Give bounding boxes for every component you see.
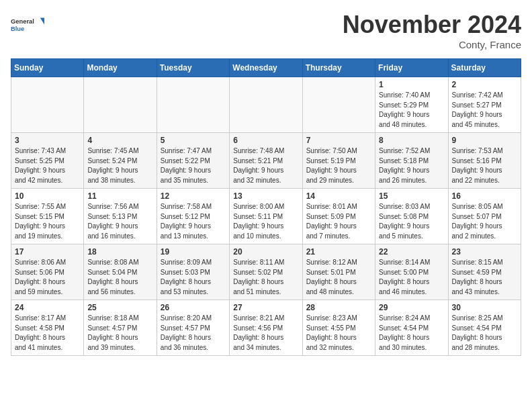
col-header-saturday: Saturday [448, 59, 521, 77]
day-number: 27 [233, 303, 298, 312]
day-number: 3 [15, 136, 80, 145]
svg-text:General: General [11, 18, 34, 25]
logo: General Blue [11, 11, 44, 39]
day-number: 7 [306, 136, 371, 145]
col-header-monday: Monday [84, 59, 157, 77]
day-info: Sunrise: 8:01 AM Sunset: 5:09 PM Dayligh… [306, 202, 371, 241]
day-cell: 16Sunrise: 8:05 AM Sunset: 5:07 PM Dayli… [448, 189, 521, 244]
day-info: Sunrise: 7:56 AM Sunset: 5:13 PM Dayligh… [87, 202, 152, 241]
day-number: 17 [15, 247, 80, 257]
day-cell: 3Sunrise: 7:43 AM Sunset: 5:25 PM Daylig… [11, 133, 84, 189]
day-number: 4 [87, 136, 152, 145]
day-info: Sunrise: 8:25 AM Sunset: 4:54 PM Dayligh… [452, 314, 517, 353]
col-header-thursday: Thursday [302, 59, 375, 77]
day-cell: 10Sunrise: 7:55 AM Sunset: 5:15 PM Dayli… [11, 189, 84, 244]
day-info: Sunrise: 8:00 AM Sunset: 5:11 PM Dayligh… [233, 202, 298, 241]
day-cell: 28Sunrise: 8:23 AM Sunset: 4:55 PM Dayli… [302, 300, 375, 356]
day-number: 14 [306, 191, 371, 201]
day-number: 23 [452, 247, 517, 257]
day-number: 22 [379, 247, 444, 257]
day-cell: 12Sunrise: 7:58 AM Sunset: 5:12 PM Dayli… [157, 189, 229, 244]
day-number: 5 [161, 136, 226, 145]
day-cell: 5Sunrise: 7:47 AM Sunset: 5:22 PM Daylig… [157, 133, 229, 189]
day-info: Sunrise: 8:20 AM Sunset: 4:57 PM Dayligh… [161, 314, 226, 353]
day-cell: 15Sunrise: 8:03 AM Sunset: 5:08 PM Dayli… [375, 189, 448, 244]
logo-svg: General Blue [11, 11, 44, 39]
day-cell: 27Sunrise: 8:21 AM Sunset: 4:56 PM Dayli… [230, 300, 302, 356]
day-info: Sunrise: 7:42 AM Sunset: 5:27 PM Dayligh… [452, 91, 517, 130]
day-cell: 24Sunrise: 8:17 AM Sunset: 4:58 PM Dayli… [11, 300, 84, 356]
week-row-4: 17Sunrise: 8:06 AM Sunset: 5:06 PM Dayli… [11, 244, 521, 300]
day-cell: 25Sunrise: 8:18 AM Sunset: 4:57 PM Dayli… [84, 300, 157, 356]
day-info: Sunrise: 7:40 AM Sunset: 5:29 PM Dayligh… [379, 91, 444, 130]
col-header-tuesday: Tuesday [157, 59, 229, 77]
day-info: Sunrise: 8:09 AM Sunset: 5:03 PM Dayligh… [161, 258, 226, 297]
day-info: Sunrise: 8:18 AM Sunset: 4:57 PM Dayligh… [87, 314, 152, 353]
day-number: 21 [306, 247, 371, 257]
day-number: 8 [379, 136, 444, 145]
calendar-table: SundayMondayTuesdayWednesdayThursdayFrid… [11, 58, 521, 356]
col-header-sunday: Sunday [11, 59, 84, 77]
location: Conty, France [343, 39, 521, 50]
day-info: Sunrise: 8:03 AM Sunset: 5:08 PM Dayligh… [379, 202, 444, 241]
week-row-3: 10Sunrise: 7:55 AM Sunset: 5:15 PM Dayli… [11, 189, 521, 244]
col-header-wednesday: Wednesday [230, 59, 302, 77]
day-info: Sunrise: 8:17 AM Sunset: 4:58 PM Dayligh… [15, 314, 80, 353]
week-row-5: 24Sunrise: 8:17 AM Sunset: 4:58 PM Dayli… [11, 300, 521, 356]
day-info: Sunrise: 7:43 AM Sunset: 5:25 PM Dayligh… [15, 146, 80, 185]
day-info: Sunrise: 8:05 AM Sunset: 5:07 PM Dayligh… [452, 202, 517, 241]
week-row-1: 1Sunrise: 7:40 AM Sunset: 5:29 PM Daylig… [11, 77, 521, 133]
day-cell [230, 77, 302, 133]
week-row-2: 3Sunrise: 7:43 AM Sunset: 5:25 PM Daylig… [11, 133, 521, 189]
svg-text:Blue: Blue [11, 26, 24, 32]
day-info: Sunrise: 7:53 AM Sunset: 5:16 PM Dayligh… [452, 146, 517, 185]
day-number: 20 [233, 247, 298, 257]
day-number: 28 [306, 303, 371, 312]
svg-marker-2 [40, 17, 44, 24]
day-number: 6 [233, 136, 298, 145]
day-info: Sunrise: 8:11 AM Sunset: 5:02 PM Dayligh… [233, 258, 298, 297]
day-number: 1 [379, 80, 444, 89]
header-row: SundayMondayTuesdayWednesdayThursdayFrid… [11, 59, 521, 77]
day-number: 11 [87, 191, 152, 201]
day-number: 9 [452, 136, 517, 145]
day-cell: 17Sunrise: 8:06 AM Sunset: 5:06 PM Dayli… [11, 244, 84, 300]
day-number: 15 [379, 191, 444, 201]
day-info: Sunrise: 7:58 AM Sunset: 5:12 PM Dayligh… [161, 202, 226, 241]
day-info: Sunrise: 8:14 AM Sunset: 5:00 PM Dayligh… [379, 258, 444, 297]
day-info: Sunrise: 7:52 AM Sunset: 5:18 PM Dayligh… [379, 146, 444, 185]
day-info: Sunrise: 8:15 AM Sunset: 4:59 PM Dayligh… [452, 258, 517, 297]
day-number: 24 [15, 303, 80, 312]
day-number: 19 [161, 247, 226, 257]
day-cell: 8Sunrise: 7:52 AM Sunset: 5:18 PM Daylig… [375, 133, 448, 189]
day-info: Sunrise: 8:08 AM Sunset: 5:04 PM Dayligh… [87, 258, 152, 297]
day-cell [302, 77, 375, 133]
day-number: 30 [452, 303, 517, 312]
day-number: 29 [379, 303, 444, 312]
day-cell: 2Sunrise: 7:42 AM Sunset: 5:27 PM Daylig… [448, 77, 521, 133]
day-cell: 19Sunrise: 8:09 AM Sunset: 5:03 PM Dayli… [157, 244, 229, 300]
day-number: 16 [452, 191, 517, 201]
day-info: Sunrise: 7:55 AM Sunset: 5:15 PM Dayligh… [15, 202, 80, 241]
col-header-friday: Friday [375, 59, 448, 77]
day-number: 25 [87, 303, 152, 312]
day-cell [11, 77, 84, 133]
day-info: Sunrise: 7:45 AM Sunset: 5:24 PM Dayligh… [87, 146, 152, 185]
day-number: 26 [161, 303, 226, 312]
page-header: General Blue November 2024 Conty, France [11, 11, 521, 50]
day-cell: 14Sunrise: 8:01 AM Sunset: 5:09 PM Dayli… [302, 189, 375, 244]
day-cell: 7Sunrise: 7:50 AM Sunset: 5:19 PM Daylig… [302, 133, 375, 189]
day-cell: 11Sunrise: 7:56 AM Sunset: 5:13 PM Dayli… [84, 189, 157, 244]
day-cell: 6Sunrise: 7:48 AM Sunset: 5:21 PM Daylig… [230, 133, 302, 189]
day-number: 10 [15, 191, 80, 201]
month-title: November 2024 [343, 11, 521, 39]
day-cell: 30Sunrise: 8:25 AM Sunset: 4:54 PM Dayli… [448, 300, 521, 356]
day-cell: 22Sunrise: 8:14 AM Sunset: 5:00 PM Dayli… [375, 244, 448, 300]
day-number: 13 [233, 191, 298, 201]
day-cell: 1Sunrise: 7:40 AM Sunset: 5:29 PM Daylig… [375, 77, 448, 133]
day-cell: 26Sunrise: 8:20 AM Sunset: 4:57 PM Dayli… [157, 300, 229, 356]
day-info: Sunrise: 7:47 AM Sunset: 5:22 PM Dayligh… [161, 146, 226, 185]
day-info: Sunrise: 8:24 AM Sunset: 4:54 PM Dayligh… [379, 314, 444, 353]
day-cell: 21Sunrise: 8:12 AM Sunset: 5:01 PM Dayli… [302, 244, 375, 300]
day-number: 18 [87, 247, 152, 257]
